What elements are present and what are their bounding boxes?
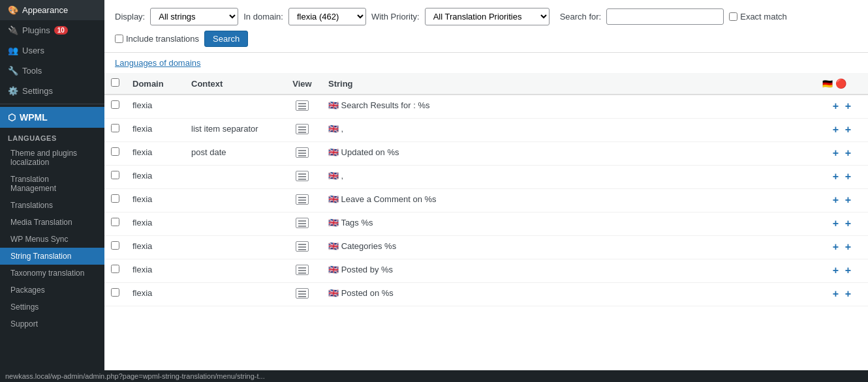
- add-de-button[interactable]: +: [831, 147, 841, 159]
- view-icon[interactable]: [296, 265, 309, 275]
- add-jp-button[interactable]: +: [843, 124, 853, 136]
- sidebar-item-plugins[interactable]: 🔌 Plugins 10: [0, 20, 104, 40]
- table-body: flexia 🇬🇧 Search Results for : %s + + fl…: [104, 95, 868, 306]
- include-translations-checkbox[interactable]: [115, 35, 123, 43]
- table-row: flexia 🇬🇧 Leave a Comment on %s + +: [104, 189, 868, 213]
- add-jp-button[interactable]: +: [843, 194, 853, 206]
- row-check: [104, 95, 126, 119]
- exact-match-checkbox[interactable]: [729, 12, 737, 21]
- priority-select[interactable]: All Translation PrioritiesHighMediumLow: [425, 8, 550, 25]
- sidebar-item-label: Plugins: [22, 25, 50, 35]
- exact-match-label[interactable]: Exact match: [729, 12, 787, 22]
- table-row: flexia 🇬🇧 Posted by %s + +: [104, 259, 868, 283]
- add-jp-button[interactable]: +: [843, 241, 853, 253]
- row-view: [283, 166, 322, 189]
- table-row: flexia 🇬🇧 Categories %s + +: [104, 236, 868, 259]
- sidebar-item-support[interactable]: Support: [0, 316, 104, 332]
- flag-de-header: 🇩🇪: [822, 79, 833, 89]
- sidebar-item-taxonomy-translation[interactable]: Taxonomy translation: [0, 265, 104, 282]
- wpml-label: WPML: [20, 112, 48, 123]
- row-checkbox[interactable]: [111, 241, 119, 250]
- add-de-button[interactable]: +: [831, 241, 841, 253]
- row-checkbox[interactable]: [111, 265, 119, 273]
- sidebar-item-label: Tools: [22, 66, 42, 76]
- row-flags: + +: [816, 283, 868, 306]
- view-icon[interactable]: [296, 194, 309, 205]
- add-de-button[interactable]: +: [831, 265, 841, 276]
- display-select[interactable]: All stringsTranslatedUntranslatedNeeds u…: [150, 8, 238, 25]
- sidebar-item-tools[interactable]: 🔧 Tools: [0, 61, 104, 81]
- row-checkbox[interactable]: [111, 194, 119, 203]
- th-flags: 🇩🇪 🔴: [816, 73, 868, 95]
- sidebar-item-theme-plugins[interactable]: Theme and plugins localization: [0, 145, 104, 171]
- row-checkbox[interactable]: [111, 288, 119, 297]
- row-checkbox[interactable]: [111, 124, 119, 132]
- row-check: [104, 119, 126, 142]
- add-de-button[interactable]: +: [831, 100, 841, 112]
- sidebar-item-translation-management[interactable]: Translation Management: [0, 171, 104, 197]
- add-jp-button[interactable]: +: [843, 288, 853, 300]
- add-jp-button[interactable]: +: [843, 265, 853, 276]
- wpml-header[interactable]: ⬡ WPML: [0, 107, 104, 128]
- languages-group-label: Languages: [0, 128, 104, 145]
- sidebar-item-label: Settings: [22, 86, 53, 96]
- row-view: [283, 119, 322, 142]
- add-jp-button[interactable]: +: [843, 100, 853, 112]
- add-de-button[interactable]: +: [831, 124, 841, 136]
- search-button[interactable]: Search: [204, 31, 248, 47]
- view-icon[interactable]: [296, 124, 309, 134]
- sidebar-item-packages[interactable]: Packages: [0, 282, 104, 299]
- include-translations-label[interactable]: Include translations: [115, 34, 199, 44]
- row-domain: flexia: [126, 95, 185, 119]
- row-checkbox[interactable]: [111, 100, 119, 109]
- languages-of-domains-link[interactable]: Languages of domains: [104, 53, 868, 73]
- sidebar-item-label: Users: [22, 46, 44, 55]
- row-string: 🇬🇧 Posted by %s: [322, 259, 816, 283]
- sidebar-item-wpml-settings[interactable]: Settings: [0, 299, 104, 316]
- view-icon[interactable]: [296, 100, 309, 111]
- filter-bar: Display: All stringsTranslatedUntranslat…: [104, 0, 868, 53]
- row-check: [104, 213, 126, 236]
- priority-label: With Priority:: [371, 12, 420, 22]
- view-icon[interactable]: [296, 218, 309, 228]
- sidebar-item-users[interactable]: 👥 Users: [0, 40, 104, 61]
- main-content: Display: All stringsTranslatedUntranslat…: [104, 0, 868, 382]
- table-row: flexia post date 🇬🇧 Updated on %s + +: [104, 142, 868, 166]
- divider: [0, 104, 104, 104]
- add-jp-button[interactable]: +: [843, 147, 853, 159]
- row-checkbox[interactable]: [111, 147, 119, 156]
- view-icon[interactable]: [296, 241, 309, 252]
- view-icon[interactable]: [296, 147, 309, 158]
- row-flags: + +: [816, 236, 868, 259]
- row-checkbox[interactable]: [111, 171, 119, 179]
- row-context: [185, 283, 283, 306]
- strings-table: Domain Context View String 🇩🇪 🔴 flexia �: [104, 73, 868, 306]
- sidebar-item-translations[interactable]: Translations: [0, 197, 104, 214]
- add-de-button[interactable]: +: [831, 218, 841, 229]
- view-icon[interactable]: [296, 171, 309, 181]
- row-string: 🇬🇧 ,: [322, 166, 816, 189]
- sidebar-item-wp-menus-sync[interactable]: WP Menus Sync: [0, 231, 104, 248]
- add-de-button[interactable]: +: [831, 288, 841, 300]
- domain-select[interactable]: flexia (462): [288, 8, 366, 25]
- th-view: View: [283, 73, 322, 95]
- row-context: post date: [185, 142, 283, 166]
- row-check: [104, 236, 126, 259]
- sidebar-item-appearance[interactable]: 🎨 Appearance: [0, 0, 104, 20]
- add-de-button[interactable]: +: [831, 194, 841, 206]
- add-jp-button[interactable]: +: [843, 218, 853, 229]
- sidebar-item-media-translation[interactable]: Media Translation: [0, 214, 104, 231]
- status-bar: newkass.local/wp-admin/admin.php?page=wp…: [0, 370, 868, 382]
- add-jp-button[interactable]: +: [843, 171, 853, 183]
- sidebar-item-settings[interactable]: ⚙️ Settings: [0, 81, 104, 101]
- th-domain: Domain: [126, 73, 185, 95]
- view-icon[interactable]: [296, 288, 309, 299]
- row-check: [104, 189, 126, 213]
- select-all-checkbox[interactable]: [111, 78, 119, 87]
- row-checkbox[interactable]: [111, 218, 119, 226]
- row-context: [185, 95, 283, 119]
- search-input[interactable]: [606, 8, 724, 25]
- sidebar-item-string-translation[interactable]: String Translation: [0, 248, 104, 265]
- add-de-button[interactable]: +: [831, 171, 841, 183]
- flag-jp-header: 🔴: [835, 78, 846, 89]
